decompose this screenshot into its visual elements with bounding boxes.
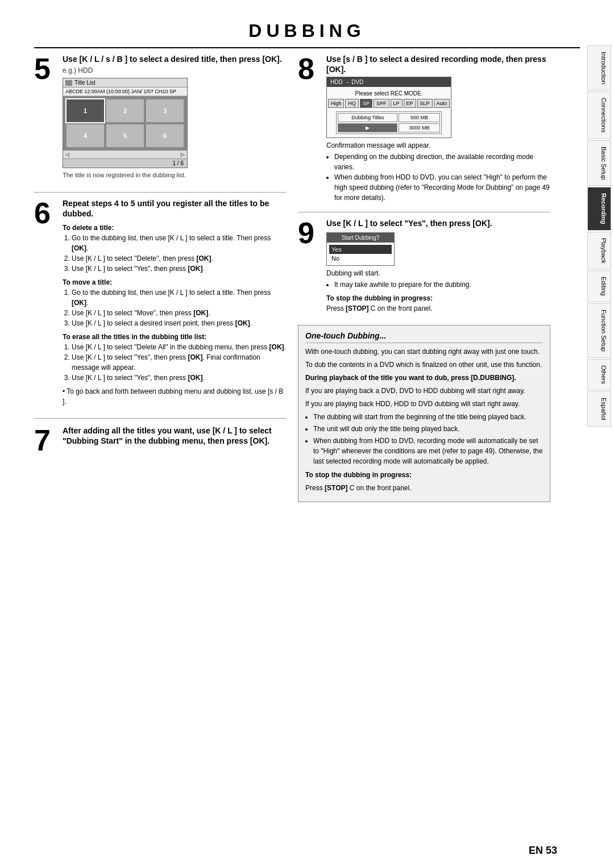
sidebar-tab-function-setup[interactable]: Function Setup bbox=[587, 303, 611, 358]
rec-mode-box: HDD → DVD Please select REC MODE. High H… bbox=[326, 77, 451, 138]
erase-step-3: Use [K / L ] to select "Yes", then press… bbox=[72, 373, 287, 383]
title-list-footer: 1 / 6 bbox=[63, 158, 187, 168]
step8-content: Use [s / B ] to select a desired recordi… bbox=[326, 54, 550, 203]
rec-btn-ep: EP bbox=[404, 99, 416, 108]
title-cell-3: 3 bbox=[146, 99, 184, 122]
step8-bullet-1: Depending on the dubbing direction, the … bbox=[334, 152, 550, 172]
page-footer: EN 53 bbox=[529, 845, 557, 857]
one-touch-stop-text: Press [STOP] C on the front panel. bbox=[305, 483, 543, 493]
step8-bullets: Depending on the dubbing direction, the … bbox=[334, 152, 550, 203]
start-dubbing-header: Start Dubbing? bbox=[327, 233, 394, 243]
left-column: 5 Use [K / L / s / B ] to select a desir… bbox=[34, 54, 287, 502]
one-touch-para2: To dub the contents in a DVD which is fi… bbox=[305, 360, 543, 370]
sidebar-tab-editing[interactable]: Editing bbox=[587, 270, 611, 302]
delete-step-2: Use [K / L ] to select "Delete", then pr… bbox=[72, 253, 287, 264]
divider-8-9 bbox=[298, 212, 550, 212]
step6-heading: Repeat steps 4 to 5 until you register a… bbox=[63, 198, 287, 219]
step8-number: 8 bbox=[298, 54, 321, 203]
step5-content: Use [K / L / s / B ] to select a desired… bbox=[63, 54, 287, 183]
step6-content: Repeat steps 4 to 5 until you register a… bbox=[63, 198, 287, 408]
rec-btn-spf: SPF bbox=[374, 99, 389, 108]
rec-mode-table: Dubbing Titles 500 MB ▶ 3000 MB bbox=[336, 111, 441, 134]
dubbing-will-start: Dubbing will start. bbox=[326, 269, 550, 277]
rec-btn-sp: SP bbox=[360, 99, 372, 108]
one-touch-para3: If you are playing back a DVD, DVD to HD… bbox=[305, 386, 543, 396]
step8-bullet-2: When dubbing from HDD to DVD, you can se… bbox=[334, 172, 550, 203]
one-touch-title: One-touch Dubbing... bbox=[305, 331, 543, 343]
delete-title-heading: To delete a title: bbox=[63, 224, 287, 232]
start-dubbing-options: Yes No bbox=[327, 243, 394, 265]
rec-mode-body: Please select REC MODE. High HQ SP SPF L… bbox=[327, 87, 451, 137]
one-touch-intro: With one-touch dubbing, you can start du… bbox=[305, 347, 543, 357]
sidebar-tab-espanol[interactable]: Español bbox=[587, 391, 611, 427]
title-list-header: Title List bbox=[63, 78, 187, 87]
rec-mode-value-2: 3000 MB bbox=[399, 123, 439, 132]
title-cell-5: 5 bbox=[106, 124, 144, 147]
title-list-meta: ABCDE 12:00AM (10:00:00) JAN/ 1/07 CH10 … bbox=[63, 87, 187, 96]
sidebar-tab-basic-setup[interactable]: Basic Setup bbox=[587, 140, 611, 186]
sidebar-tab-connections[interactable]: Connections bbox=[587, 91, 611, 139]
step5-heading: Use [K / L / s / B ] to select a desired… bbox=[63, 54, 287, 64]
step7-number: 7 bbox=[34, 425, 57, 455]
step5-number: 5 bbox=[34, 54, 57, 183]
rec-mode-value-1: 500 MB bbox=[399, 113, 439, 122]
title-list-icon bbox=[65, 80, 72, 86]
step9-block: 9 Use [K / L ] to select "Yes", then pre… bbox=[298, 218, 550, 315]
delete-title-steps: Go to the dubbing list, then use [K / L … bbox=[72, 233, 287, 274]
rec-mode-prompt: Please select REC MODE. bbox=[330, 90, 447, 97]
erase-steps: Use [K / L ] to select "Delete All" in t… bbox=[72, 342, 287, 383]
rec-mode-row-1: Dubbing Titles 500 MB bbox=[338, 113, 439, 122]
erase-heading: To erase all the titles in the dubbing t… bbox=[63, 333, 287, 341]
step9-content: Use [K / L ] to select "Yes", then press… bbox=[326, 218, 550, 315]
step5-block: 5 Use [K / L / s / B ] to select a desir… bbox=[34, 54, 287, 183]
sidebar-tab-playback[interactable]: Playback bbox=[587, 232, 611, 270]
step9-bullet-1: It may take awhile to prepare for the du… bbox=[334, 279, 550, 290]
dubbing-option-yes: Yes bbox=[329, 245, 392, 254]
rec-btn-auto: Auto bbox=[434, 99, 450, 108]
one-touch-bullets: The dubbing will start from the beginnin… bbox=[313, 412, 543, 466]
rec-mode-row-2: ▶ 3000 MB bbox=[338, 123, 439, 132]
right-column: 8 Use [s / B ] to select a desired recor… bbox=[298, 54, 550, 502]
rec-mode-label-1: Dubbing Titles bbox=[338, 113, 397, 122]
page-number: EN 53 bbox=[529, 845, 557, 856]
one-touch-stop-heading: To stop the dubbing in progress: bbox=[305, 470, 543, 480]
move-title-heading: To move a title: bbox=[63, 278, 287, 286]
step9-stop-heading: To stop the dubbing in progress: bbox=[326, 294, 550, 302]
one-touch-body: With one-touch dubbing, you can start du… bbox=[305, 347, 543, 493]
start-dubbing-box: Start Dubbing? Yes No bbox=[326, 232, 395, 266]
step9-bullets: It may take awhile to prepare for the du… bbox=[334, 279, 550, 290]
step9-number: 9 bbox=[298, 218, 321, 315]
one-touch-bullet-3: When dubbing from HDD to DVD, recording … bbox=[313, 436, 543, 466]
registered-text: The title is now registered in the dubbi… bbox=[63, 172, 287, 178]
rec-mode-header-label: HDD → DVD bbox=[330, 79, 363, 85]
sidebar-tab-introduction[interactable]: Introduction bbox=[587, 45, 611, 90]
title-cell-2: 2 bbox=[106, 99, 144, 122]
move-step-1: Go to the dubbing list, then use [K / L … bbox=[72, 287, 287, 308]
step6-number: 6 bbox=[34, 198, 57, 408]
title-list-label: Title List bbox=[74, 80, 96, 86]
dubbing-option-no: No bbox=[329, 254, 392, 263]
delete-step-3: Use [K / L ] to select "Yes", then press… bbox=[72, 264, 287, 274]
rec-btn-hq: HQ bbox=[345, 99, 359, 108]
one-touch-bullet-2: The unit will dub only the title being p… bbox=[313, 424, 543, 434]
step5-subtext: e.g.) HDD bbox=[63, 66, 287, 74]
right-sidebar: Introduction Connections Basic Setup Rec… bbox=[584, 0, 614, 868]
rec-btn-slp: SLP bbox=[417, 99, 433, 108]
step9-stop-text: Press [STOP] C on the front panel. bbox=[326, 303, 550, 314]
rec-mode-header: HDD → DVD bbox=[327, 77, 451, 87]
title-cell-4: 4 bbox=[67, 124, 104, 147]
rec-mode-label-2: ▶ bbox=[338, 123, 397, 132]
erase-step-1: Use [K / L ] to select "Delete All" in t… bbox=[72, 342, 287, 352]
step7-block: 7 After adding all the titles you want, … bbox=[34, 418, 287, 455]
sidebar-tab-others[interactable]: Others bbox=[587, 359, 611, 390]
move-title-steps: Go to the dubbing list, then use [K / L … bbox=[72, 287, 287, 328]
move-step-3: Use [K / L ] to select a desired insert … bbox=[72, 318, 287, 328]
one-touch-para4: If you are playing back HDD, HDD to DVD … bbox=[305, 399, 543, 409]
main-content: 5 Use [K / L / s / B ] to select a desir… bbox=[34, 54, 580, 502]
page-title: DUBBING bbox=[34, 20, 580, 41]
step9-stop: To stop the dubbing in progress: Press [… bbox=[326, 294, 550, 314]
sidebar-tab-recording[interactable]: Recording bbox=[587, 187, 611, 230]
move-step-2: Use [K / L ] to select "Move", then pres… bbox=[72, 308, 287, 318]
two-column-layout: 5 Use [K / L / s / B ] to select a desir… bbox=[34, 54, 550, 502]
step6-note: • To go back and forth between dubbing m… bbox=[63, 386, 287, 407]
